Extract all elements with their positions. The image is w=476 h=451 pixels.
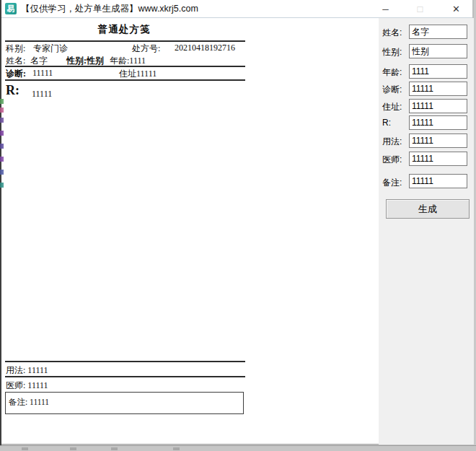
app-icon: 易 [5, 3, 17, 14]
age-input[interactable] [409, 64, 467, 79]
dept-value: 专家门诊 [33, 43, 68, 53]
close-button[interactable]: ✕ [440, 0, 472, 18]
address-input[interactable] [409, 99, 467, 113]
usage-text: 用法: 11111 [6, 364, 48, 375]
divider-line [5, 66, 245, 67]
desktop-icon-fragment [0, 99, 4, 104]
prescription-title: 普通处方笺 [1, 23, 247, 36]
usage-field-label: 用法: [382, 136, 409, 147]
desktop-icon-fragment [0, 118, 4, 123]
generate-button[interactable]: 生成 [386, 199, 470, 219]
taskbar-icon-fragment [173, 447, 180, 450]
gender-input[interactable] [409, 44, 467, 58]
divider-line [5, 361, 245, 362]
taskbar-icon-fragment [22, 447, 28, 450]
remark-text: 备注: 11111 [9, 397, 49, 407]
patient-gender-text: 性别:性别 [66, 55, 104, 65]
minimize-button[interactable]: ─ [369, 0, 402, 18]
maximize-button[interactable]: □ [404, 0, 436, 18]
divider-line [5, 376, 245, 377]
rx-symbol: R: [6, 83, 19, 98]
desktop-icon-fragment [0, 157, 4, 162]
remark-field-label: 备注: [382, 177, 409, 188]
diagnosis-label: 诊断: [6, 68, 26, 78]
name-field-label: 姓名: [382, 27, 409, 38]
doctor-field-label: 医师: [382, 154, 409, 165]
dept-label: 科别: [6, 43, 25, 53]
desktop-icon-fragment [0, 183, 4, 188]
patient-name-label: 姓名: [6, 55, 25, 65]
rx-content-value: 11111 [32, 89, 52, 99]
divider-line [5, 79, 245, 81]
patient-name-value: 名字 [30, 55, 48, 65]
doctor-text: 医师: 11111 [6, 380, 48, 390]
divider-line [5, 40, 245, 42]
usage-input[interactable] [409, 133, 467, 148]
app-window: 易 【仅供学习，处方单生成器】www.xkrj5.com ─ □ ✕ 普通处方笺… [1, 0, 474, 445]
rx-field-label: R: [382, 118, 409, 129]
doctor-input[interactable] [409, 152, 467, 166]
desktop-icon-fragment [0, 170, 4, 175]
address-field-label: 住址: [382, 101, 409, 113]
desktop-edge-strip [0, 0, 1, 445]
desktop-icon-fragment [0, 131, 4, 136]
taskbar-icon-fragment [111, 447, 118, 450]
remark-input[interactable] [409, 174, 467, 188]
diagnosis-value: 11111 [32, 68, 53, 78]
close-icon: ✕ [452, 4, 460, 14]
rx-number-label: 处方号: [132, 43, 160, 53]
diagnosis-field-label: 诊断: [382, 84, 409, 95]
address-text: 住址11111 [119, 68, 157, 78]
gender-field-label: 性别: [382, 46, 409, 58]
maximize-icon: □ [418, 4, 423, 14]
rx-number-value: 20210418192716 [175, 43, 235, 53]
rx-input[interactable] [409, 115, 467, 130]
window-title: 【仅供学习，处方单生成器】www.xkrj5.com [21, 3, 198, 15]
taskbar-icon-fragment [70, 447, 76, 450]
minimize-icon: ─ [382, 4, 389, 14]
title-bar[interactable]: 易 【仅供学习，处方单生成器】www.xkrj5.com ─ □ ✕ [1, 0, 472, 18]
diagnosis-input[interactable] [409, 82, 467, 96]
desktop-icon-fragment [0, 108, 4, 113]
age-field-label: 年龄: [382, 66, 409, 78]
name-input[interactable] [409, 25, 467, 39]
patient-age-text: 年龄:1111 [110, 55, 146, 65]
desktop-icon-fragment [0, 144, 4, 149]
